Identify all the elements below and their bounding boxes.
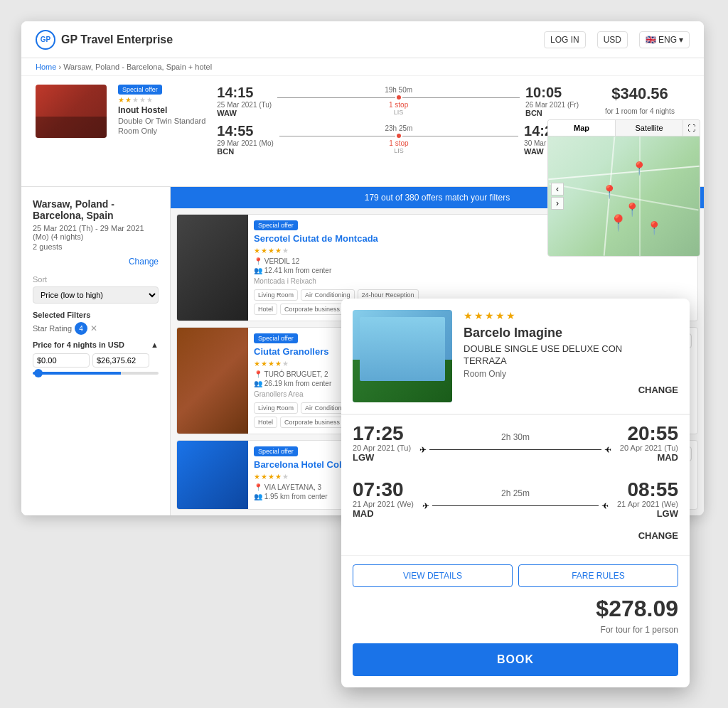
sidebar-dates: 25 Mar 2021 (Th) - 29 Mar 2021 (Mo) (4 n… (33, 224, 159, 241)
map-navigation: ‹ › (551, 183, 564, 210)
fare-rules-button[interactable]: FARE RULES (518, 564, 678, 587)
map-nav-prev[interactable]: ‹ (551, 183, 564, 195)
breadcrumb: Home › Warsaw, Poland - Barcelona, Spain… (21, 58, 704, 76)
return-flight: 14:55 29 Mar 2021 (Mo) BCN 23h 25m 1 sto… (217, 123, 579, 156)
flight2-depart: 07:30 21 Apr 2021 (We) MAD (353, 480, 414, 519)
star-filter-badge: 4 (75, 322, 87, 335)
map-tabs: Map Satellite ⛶ (547, 119, 700, 136)
flight1-arrive: 20:55 20 Apr 2021 (Tu) MAD (620, 424, 678, 463)
overlay-flights: 17:25 20 Apr 2021 (Tu) LGW 2h 30m ✈ ✈ 20… (341, 414, 690, 555)
overlay-meal-plan: Room Only (464, 369, 678, 379)
breadcrumb-path: Warsaw, Poland - Barcelona, Spain + hote… (63, 63, 212, 71)
price-slider[interactable] (33, 372, 159, 375)
overlay-bottom: VIEW DETAILS FARE RULES $278.09 For tour… (341, 555, 690, 687)
overlay-book-button[interactable]: BOOK (353, 643, 678, 676)
hotel-1-area: Montcada i Reixach (254, 277, 628, 285)
login-button[interactable]: LOG IN (544, 31, 586, 48)
hotel-info: Special offer ★ ★ ★ ★ ★ Inout Hostel Dou… (118, 85, 205, 178)
logo-area: GP GP Travel Enterprise (36, 30, 173, 50)
overlay-card: ★ ★ ★ ★ ★ Barcelo Imagine DOUBLE SINGLE … (341, 299, 690, 687)
sidebar-destination: Warsaw, Poland - Barcelona, Spain (33, 198, 159, 221)
map-pin-4[interactable]: 📍 (609, 214, 628, 232)
flight-segments: 14:15 25 Mar 2021 (Tu) WAW 19h 50m 1 sto… (217, 85, 579, 178)
hotel-1-distance: 👥 12.41 km from center (254, 267, 628, 274)
hotel-thumbnail (36, 85, 107, 138)
sort-label: Sort (33, 275, 159, 284)
sidebar-change-link[interactable]: Change (33, 257, 159, 267)
overlay-change-flight[interactable]: CHANGE (353, 527, 678, 544)
price-max-input[interactable] (92, 353, 149, 368)
room-type: Double Or Twin Standard (118, 117, 205, 125)
overlay-room-type: DOUBLE SINGLE USE DELUXE CON (464, 343, 678, 354)
map-overlay: Map Satellite ⛶ 📍 📍 📍 📍 📍 ‹ › (547, 119, 700, 257)
map-tab-map[interactable]: Map (548, 120, 616, 136)
hotel-1-address: 📍 VERDIL 12 (254, 257, 628, 265)
sort-select[interactable]: Price (low to high) (33, 286, 159, 304)
header-right: LOG IN USD 🇬🇧 ENG ▾ (544, 31, 690, 48)
arrive-plane-icon: ✈ (604, 445, 611, 455)
overlay-room-detail: TERRAZA (464, 355, 678, 366)
price-min-input[interactable] (33, 353, 90, 368)
overlay-hotel-header: ★ ★ ★ ★ ★ Barcelo Imagine DOUBLE SINGLE … (341, 299, 690, 414)
depart-plane-icon-2: ✈ (422, 501, 429, 511)
overlay-action-buttons: VIEW DETAILS FARE RULES (353, 564, 678, 587)
total-price: $340.56 (611, 85, 668, 103)
slider-thumb[interactable] (34, 369, 43, 377)
outbound-flight: 14:15 25 Mar 2021 (Tu) WAW 19h 50m 1 sto… (217, 85, 579, 117)
map-nav-next[interactable]: › (551, 197, 564, 210)
special-offer-badge-2: Special offer (254, 333, 298, 343)
map-background: 📍 📍 📍 📍 📍 ‹ › (548, 136, 700, 256)
remove-star-filter[interactable]: ✕ (90, 323, 97, 333)
overlay-stars: ★ ★ ★ ★ ★ (464, 310, 678, 321)
hotel-stars: ★ ★ ★ ★ ★ (118, 96, 205, 104)
currency-button[interactable]: USD (597, 31, 628, 48)
sidebar-guests: 2 guests (33, 242, 159, 251)
hotel-card-image (177, 215, 248, 321)
star-filter-label: Star Rating (33, 324, 72, 333)
view-details-button[interactable]: VIEW DETAILS (353, 564, 513, 587)
hotel-3-image (177, 441, 248, 509)
overlay-total-price: $278.09 (353, 596, 678, 622)
flag-icon: 🇬🇧 (646, 35, 656, 45)
meal-plan: Room Only (118, 127, 205, 135)
filters-title: Selected Filters (33, 311, 159, 319)
star-filter-row: Star Rating 4 ✕ (33, 322, 159, 335)
flight1-depart: 17:25 20 Apr 2021 (Tu) LGW (353, 424, 411, 463)
logo-icon: GP (36, 30, 55, 50)
overlay-hotel-image (353, 310, 452, 402)
special-offer-badge: Special offer (118, 85, 162, 95)
price-filter-title: Price for 4 nights in USD ▲ (33, 340, 159, 349)
depart-plane-icon: ✈ (419, 445, 427, 455)
map-expand-btn[interactable]: ⛶ (683, 120, 700, 136)
arrive-plane-icon-2: ✈ (601, 501, 609, 511)
flight-line (277, 95, 520, 100)
overlay-change-hotel[interactable]: CHANGE (464, 385, 678, 395)
logo-text: GP Travel Enterprise (61, 33, 173, 46)
chevron-icon: ▾ (679, 35, 683, 45)
hotel-name: Inout Hostel (118, 105, 205, 115)
price-range (33, 353, 159, 368)
overlay-flight-1: 17:25 20 Apr 2021 (Tu) LGW 2h 30m ✈ ✈ 20… (353, 415, 678, 471)
flight2-arrive: 08:55 21 Apr 2021 (We) LGW (617, 480, 678, 519)
overlay-hotel-info: ★ ★ ★ ★ ★ Barcelo Imagine DOUBLE SINGLE … (464, 310, 678, 402)
language-button[interactable]: 🇬🇧 ENG ▾ (639, 31, 690, 48)
map-pin-1[interactable]: 📍 (631, 161, 647, 176)
special-offer-badge-3: Special offer (254, 446, 298, 456)
overlay-hotel-name: Barcelo Imagine (464, 326, 678, 340)
price-subtitle: for 1 room for 4 nights (605, 107, 675, 115)
breadcrumb-home[interactable]: Home (36, 63, 56, 71)
map-pin-2[interactable]: 📍 (601, 184, 617, 200)
hotel-2-image (177, 328, 248, 434)
map-pin-5[interactable]: 📍 (646, 220, 662, 236)
price-filter-toggle[interactable]: ▲ (151, 340, 159, 349)
map-tab-satellite[interactable]: Satellite (616, 120, 683, 136)
header: GP GP Travel Enterprise LOG IN USD 🇬🇧 EN… (21, 21, 704, 58)
sidebar: Warsaw, Poland - Barcelona, Spain 25 Mar… (21, 187, 171, 515)
map-container[interactable]: 📍 📍 📍 📍 📍 ‹ › (547, 136, 700, 257)
special-offer-badge-1: Special offer (254, 220, 298, 230)
overlay-total-label: For tour for 1 person (353, 625, 678, 635)
overlay-flight-2: 07:30 21 Apr 2021 (We) MAD 2h 25m ✈ ✈ 08… (353, 471, 678, 527)
return-flight-line (279, 134, 518, 138)
